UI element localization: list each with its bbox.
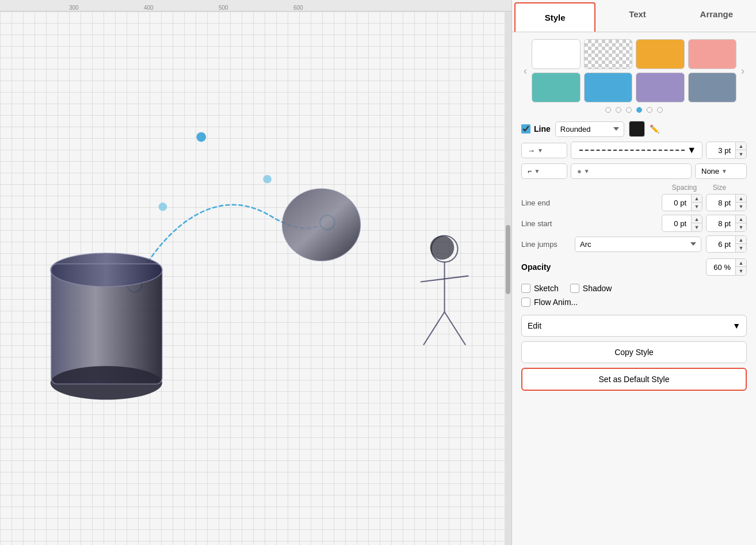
dot-indicator-1[interactable] — [605, 107, 611, 113]
opacity-up[interactable]: ▲ — [736, 259, 746, 267]
swatch-nav-next[interactable]: › — [739, 65, 747, 77]
sketch-label: Sketch — [534, 284, 559, 293]
opacity-value: 60 % — [707, 260, 735, 275]
line-start-size-up[interactable]: ▲ — [736, 215, 746, 223]
scrollbar-vertical[interactable] — [505, 12, 511, 545]
line-start-spacing-input: 0 pt ▲ ▼ — [662, 215, 702, 232]
canvas-area[interactable]: 300 400 500 600 — [0, 0, 511, 545]
line-jumps-up[interactable]: ▲ — [736, 236, 746, 244]
line-end-size-down[interactable]: ▼ — [736, 203, 746, 211]
line-jumps-size-value: 6 pt — [707, 237, 735, 251]
sketch-shadow-row: Sketch Shadow — [521, 284, 747, 293]
swatch-slate[interactable] — [688, 73, 737, 102]
scrollbar-thumb[interactable] — [506, 225, 510, 294]
flow-anim-label: Flow Anim... — [534, 298, 578, 307]
canvas-grid — [0, 12, 511, 545]
line-end-spacing-up[interactable]: ▲ — [692, 195, 702, 203]
arrow-style-row: → ▼ ▼ 3 pt ▲ ▼ — [521, 142, 747, 159]
arrow-chevron-icon: ▼ — [537, 147, 543, 154]
size-col-label: Size — [704, 184, 735, 192]
none-dropdown[interactable]: None ▼ — [695, 163, 747, 179]
line-start-spacing-down[interactable]: ▼ — [692, 223, 702, 231]
line-end-values: 0 pt ▲ ▼ 8 pt ▲ ▼ — [662, 194, 747, 211]
line-end-spacing-down[interactable]: ▼ — [692, 203, 702, 211]
spacing-col-label: Spacing — [669, 184, 700, 192]
ruler-mark-400: 400 — [144, 5, 154, 11]
line-section-row: Line Rounded ✏️ — [521, 121, 747, 137]
opacity-label: Opacity — [521, 262, 706, 272]
opacity-row: Opacity 60 % ▲ ▼ — [521, 258, 747, 276]
tab-style[interactable]: Style — [514, 2, 595, 32]
line-checkbox-label[interactable]: Line — [521, 124, 551, 134]
line-end-size-up[interactable]: ▲ — [736, 195, 746, 203]
line-end-spacing-stepper[interactable]: ▲ ▼ — [691, 195, 702, 211]
line-end-size-value: 8 pt — [707, 196, 735, 210]
waypoint-style-row: ⌐ ▼ ● ▼ None ▼ — [521, 163, 747, 179]
opacity-stepper[interactable]: ▲ ▼ — [735, 259, 746, 275]
line-start-size-down[interactable]: ▼ — [736, 223, 746, 231]
swatch-blue[interactable] — [584, 73, 633, 102]
edit-chevron-icon: ▼ — [732, 321, 740, 330]
line-end-spacing-value: 0 pt — [662, 196, 691, 210]
arrow-type-dropdown[interactable]: → ▼ — [521, 143, 567, 158]
checks-section: Sketch Shadow Flow Anim... — [521, 284, 747, 307]
line-width-stepper[interactable]: ▲ ▼ — [735, 142, 746, 158]
swatch-nav-prev[interactable]: ‹ — [521, 65, 529, 77]
swatch-teal[interactable] — [532, 73, 581, 102]
dot-indicator-2[interactable] — [616, 107, 621, 113]
line-checkbox[interactable] — [521, 124, 530, 134]
shadow-label: Shadow — [583, 284, 612, 293]
tabs-bar: Style Text Arrange — [512, 0, 756, 32]
line-end-size-stepper[interactable]: ▲ ▼ — [735, 195, 746, 211]
line-start-size-input: 8 pt ▲ ▼ — [706, 215, 747, 232]
panel-content: ‹ › Line — [512, 32, 756, 545]
opacity-down[interactable]: ▼ — [736, 267, 746, 275]
swatch-lavender[interactable] — [636, 73, 685, 102]
none-label: None — [701, 167, 719, 176]
opacity-input: 60 % ▲ ▼ — [706, 258, 747, 276]
swatch-pink[interactable] — [688, 39, 737, 69]
pencil-icon[interactable]: ✏️ — [650, 124, 659, 134]
sketch-item: Sketch — [521, 284, 559, 293]
swatch-white[interactable] — [532, 39, 581, 69]
line-jumps-stepper[interactable]: ▲ ▼ — [735, 236, 746, 252]
line-dash-dropdown[interactable]: ▼ — [571, 142, 702, 159]
dot-indicator-3[interactable] — [626, 107, 632, 113]
line-width-down[interactable]: ▼ — [736, 150, 746, 158]
line-jumps-type-dropdown[interactable]: Arc — [575, 237, 701, 252]
edit-button[interactable]: Edit ▼ — [521, 315, 747, 337]
tab-text[interactable]: Text — [598, 0, 677, 32]
line-style-dropdown[interactable]: Rounded — [555, 121, 624, 137]
line-width-up[interactable]: ▲ — [736, 142, 746, 150]
line-jumps-down[interactable]: ▼ — [736, 244, 746, 252]
line-start-spacing-value: 0 pt — [662, 216, 691, 231]
swatch-checkered[interactable] — [584, 39, 633, 69]
line-start-spacing-stepper[interactable]: ▲ ▼ — [691, 215, 702, 231]
line-end-spacing-input: 0 pt ▲ ▼ — [662, 194, 702, 211]
line-jumps-size-input: 6 pt ▲ ▼ — [706, 235, 747, 253]
flow-anim-item: Flow Anim... — [521, 298, 578, 307]
set-default-button[interactable]: Set as Default Style — [521, 368, 747, 391]
line-color-swatch[interactable] — [629, 121, 645, 137]
swatch-orange[interactable] — [636, 39, 685, 69]
line-start-size-stepper[interactable]: ▲ ▼ — [735, 215, 746, 231]
waypoint-dropdown[interactable]: ⌐ ▼ — [521, 163, 567, 179]
shadow-checkbox[interactable] — [570, 284, 579, 293]
line-start-values: 0 pt ▲ ▼ 8 pt ▲ ▼ — [662, 215, 747, 232]
sketch-checkbox[interactable] — [521, 284, 530, 293]
dot-indicator-4[interactable] — [636, 107, 642, 113]
line-jumps-label: Line jumps — [521, 240, 570, 249]
line-end-row: Line end 0 pt ▲ ▼ 8 pt ▲ ▼ — [521, 194, 747, 211]
dot-style-dropdown[interactable]: ● ▼ — [571, 163, 692, 179]
tab-arrange[interactable]: Arrange — [677, 0, 756, 32]
ruler-mark-600: 600 — [293, 5, 303, 11]
copy-style-button[interactable]: Copy Style — [521, 341, 747, 363]
line-start-spacing-up[interactable]: ▲ — [692, 215, 702, 223]
dot-indicator-5[interactable] — [647, 107, 652, 113]
right-panel: Style Text Arrange ‹ › — [511, 0, 756, 545]
dot-style-icon: ● — [577, 167, 582, 176]
flow-anim-checkbox[interactable] — [521, 298, 530, 307]
shadow-item: Shadow — [570, 284, 612, 293]
dots-indicator — [521, 107, 747, 113]
dot-indicator-6[interactable] — [657, 107, 663, 113]
